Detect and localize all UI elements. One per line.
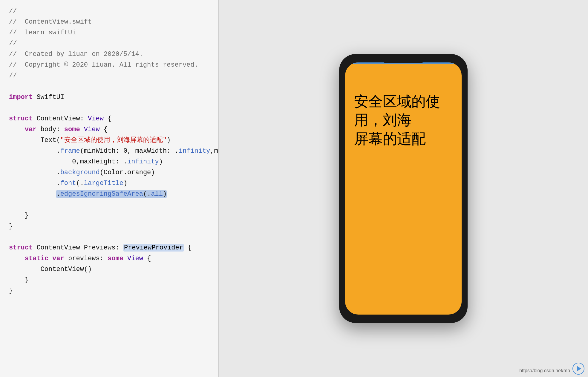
code-line-13: Text("安全区域的使用，刘海屏幕的适配") xyxy=(9,135,209,146)
code-line-1: // xyxy=(9,6,209,17)
play-button[interactable] xyxy=(572,363,584,375)
phone-screen: 安全区域的使用，刘海屏幕的适配 xyxy=(345,62,462,315)
code-line-20: } xyxy=(9,210,209,221)
code-line-9: import SwiftUI xyxy=(9,92,209,103)
play-icon xyxy=(577,366,581,371)
code-line-19 xyxy=(9,200,209,210)
code-line-24: static var previews: some View { xyxy=(9,253,209,264)
phone-mockup: 安全区域的使用，刘海屏幕的适配 xyxy=(339,54,468,323)
code-line-26: } xyxy=(9,275,209,286)
code-line-14: .frame(minWidth: 0, maxWidth: .infinity,… xyxy=(9,146,209,157)
phone-notch xyxy=(381,54,426,63)
code-line-16: .background(Color.orange) xyxy=(9,167,209,178)
code-line-11: struct ContentView: View { xyxy=(9,114,209,124)
code-line-23: struct ContentView_Previews: PreviewProv… xyxy=(9,243,209,253)
code-line-5: // Created by liuan on 2020/5/14. xyxy=(9,49,209,60)
phone-app-text: 安全区域的使用，刘海屏幕的适配 xyxy=(354,92,453,148)
code-line-6: // Copyright © 2020 liuan. All rights re… xyxy=(9,60,209,71)
code-line-18: .edgesIgnoringSafeArea(.all) xyxy=(9,189,209,200)
code-line-15: 0,maxHeight: .infinity) xyxy=(9,157,209,167)
code-line-4: // xyxy=(9,38,209,49)
code-line-27: } xyxy=(9,286,209,296)
code-line-25: ContentView() xyxy=(9,264,209,275)
code-line-3: // learn_swiftUi xyxy=(9,27,209,38)
code-line-8 xyxy=(9,81,209,92)
code-line-10 xyxy=(9,103,209,114)
preview-panel: 安全区域的使用，刘海屏幕的适配 https://blog.csdn.net/mp xyxy=(219,0,588,377)
code-line-17: .font(.largeTitle) xyxy=(9,178,209,189)
code-panel: // // ContentView.swift // learn_swiftUi… xyxy=(0,0,218,377)
code-line-21: } xyxy=(9,221,209,232)
code-line-22 xyxy=(9,232,209,243)
code-line-2: // ContentView.swift xyxy=(9,17,209,27)
watermark-text: https://blog.csdn.net/mp xyxy=(519,368,570,373)
code-line-7: // xyxy=(9,71,209,81)
code-line-12: var body: some View { xyxy=(9,124,209,135)
